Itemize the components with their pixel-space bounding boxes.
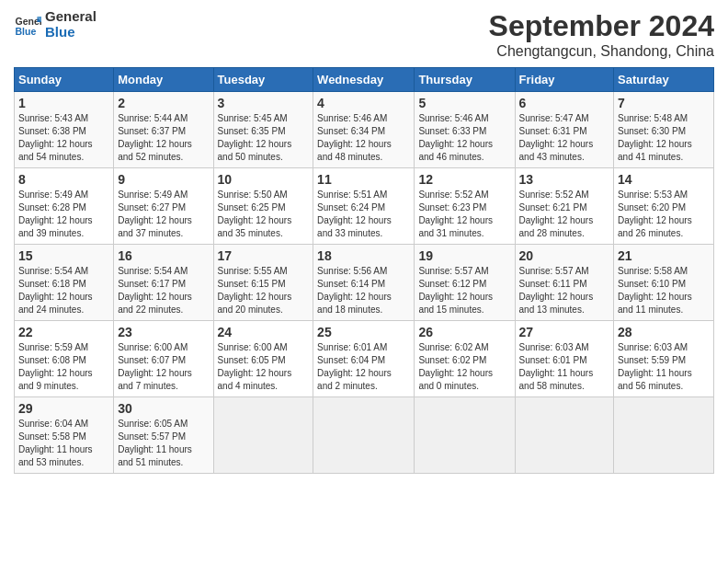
day-number: 7	[618, 96, 710, 110]
col-monday: Monday	[114, 68, 213, 92]
day-info: Sunrise: 5:51 AM Sunset: 6:24 PM Dayligh…	[317, 189, 410, 240]
day-number: 13	[519, 172, 610, 187]
logo: General Blue General Blue	[14, 9, 97, 40]
day-info: Sunrise: 5:52 AM Sunset: 6:21 PM Dayligh…	[519, 189, 610, 240]
day-number: 26	[418, 325, 510, 339]
day-number: 16	[118, 248, 209, 263]
table-row	[614, 397, 714, 474]
day-number: 27	[519, 325, 610, 339]
table-row: 25Sunrise: 6:01 AM Sunset: 6:04 PM Dayli…	[313, 321, 415, 397]
calendar-container: General Blue General Blue September 2024…	[0, 0, 728, 483]
day-number: 2	[118, 96, 209, 110]
table-row: 4Sunrise: 5:46 AM Sunset: 6:34 PM Daylig…	[313, 92, 415, 168]
table-row: 15Sunrise: 5:54 AM Sunset: 6:18 PM Dayli…	[15, 245, 114, 321]
day-info: Sunrise: 5:59 AM Sunset: 6:08 PM Dayligh…	[18, 341, 109, 393]
day-info: Sunrise: 6:00 AM Sunset: 6:05 PM Dayligh…	[218, 341, 310, 393]
day-info: Sunrise: 5:49 AM Sunset: 6:27 PM Dayligh…	[118, 189, 209, 240]
day-number: 14	[618, 172, 710, 187]
day-info: Sunrise: 5:54 AM Sunset: 6:18 PM Dayligh…	[18, 265, 109, 316]
day-info: Sunrise: 6:03 AM Sunset: 6:01 PM Dayligh…	[519, 341, 610, 393]
table-row: 12Sunrise: 5:52 AM Sunset: 6:23 PM Dayli…	[415, 168, 515, 245]
table-row: 14Sunrise: 5:53 AM Sunset: 6:20 PM Dayli…	[614, 168, 714, 245]
table-row: 22Sunrise: 5:59 AM Sunset: 6:08 PM Dayli…	[15, 321, 114, 397]
table-row: 10Sunrise: 5:50 AM Sunset: 6:25 PM Dayli…	[213, 168, 313, 245]
day-info: Sunrise: 5:46 AM Sunset: 6:33 PM Dayligh…	[418, 112, 510, 164]
day-number: 3	[218, 96, 310, 110]
day-info: Sunrise: 5:55 AM Sunset: 6:15 PM Dayligh…	[218, 265, 310, 316]
table-row: 27Sunrise: 6:03 AM Sunset: 6:01 PM Dayli…	[515, 321, 614, 397]
day-info: Sunrise: 5:49 AM Sunset: 6:28 PM Dayligh…	[18, 189, 109, 240]
logo-general: General	[45, 9, 97, 25]
col-saturday: Saturday	[614, 68, 714, 92]
day-number: 30	[118, 401, 209, 416]
day-info: Sunrise: 5:54 AM Sunset: 6:17 PM Dayligh…	[118, 265, 209, 316]
table-row: 9Sunrise: 5:49 AM Sunset: 6:27 PM Daylig…	[114, 168, 213, 245]
day-number: 4	[317, 96, 410, 110]
day-info: Sunrise: 5:53 AM Sunset: 6:20 PM Dayligh…	[618, 189, 710, 240]
table-row: 28Sunrise: 6:03 AM Sunset: 5:59 PM Dayli…	[614, 321, 714, 397]
table-row: 6Sunrise: 5:47 AM Sunset: 6:31 PM Daylig…	[515, 92, 614, 168]
table-row: 17Sunrise: 5:55 AM Sunset: 6:15 PM Dayli…	[213, 245, 313, 321]
day-info: Sunrise: 5:58 AM Sunset: 6:10 PM Dayligh…	[618, 265, 710, 316]
day-number: 21	[618, 248, 710, 263]
header: General Blue General Blue September 2024…	[14, 9, 714, 60]
day-info: Sunrise: 5:43 AM Sunset: 6:38 PM Dayligh…	[18, 112, 109, 164]
day-number: 11	[317, 172, 410, 187]
day-info: Sunrise: 5:48 AM Sunset: 6:30 PM Dayligh…	[618, 112, 710, 164]
table-row: 2Sunrise: 5:44 AM Sunset: 6:37 PM Daylig…	[114, 92, 213, 168]
col-wednesday: Wednesday	[313, 68, 415, 92]
table-row	[415, 397, 515, 474]
calendar-title: September 2024	[489, 9, 714, 43]
day-number: 23	[118, 325, 209, 339]
table-row	[213, 397, 313, 474]
table-row: 5Sunrise: 5:46 AM Sunset: 6:33 PM Daylig…	[415, 92, 515, 168]
day-number: 20	[519, 248, 610, 263]
col-friday: Friday	[515, 68, 614, 92]
day-info: Sunrise: 5:45 AM Sunset: 6:35 PM Dayligh…	[218, 112, 310, 164]
logo-blue: Blue	[45, 25, 97, 40]
day-number: 5	[418, 96, 510, 110]
day-info: Sunrise: 6:03 AM Sunset: 5:59 PM Dayligh…	[618, 341, 710, 393]
table-row: 21Sunrise: 5:58 AM Sunset: 6:10 PM Dayli…	[614, 245, 714, 321]
table-row	[313, 397, 415, 474]
day-number: 19	[418, 248, 510, 263]
table-row: 19Sunrise: 5:57 AM Sunset: 6:12 PM Dayli…	[415, 245, 515, 321]
day-number: 9	[118, 172, 209, 187]
table-row	[515, 397, 614, 474]
day-info: Sunrise: 5:57 AM Sunset: 6:12 PM Dayligh…	[418, 265, 510, 316]
col-thursday: Thursday	[415, 68, 515, 92]
day-info: Sunrise: 6:04 AM Sunset: 5:58 PM Dayligh…	[18, 418, 109, 469]
svg-text:Blue: Blue	[16, 25, 37, 36]
table-row: 13Sunrise: 5:52 AM Sunset: 6:21 PM Dayli…	[515, 168, 614, 245]
calendar-subtitle: Chengtangcun, Shandong, China	[489, 43, 714, 60]
day-number: 6	[519, 96, 610, 110]
day-info: Sunrise: 6:01 AM Sunset: 6:04 PM Dayligh…	[317, 341, 410, 393]
day-number: 25	[317, 325, 410, 339]
table-row: 11Sunrise: 5:51 AM Sunset: 6:24 PM Dayli…	[313, 168, 415, 245]
day-info: Sunrise: 6:02 AM Sunset: 6:02 PM Dayligh…	[418, 341, 510, 393]
day-info: Sunrise: 5:47 AM Sunset: 6:31 PM Dayligh…	[519, 112, 610, 164]
table-row: 1Sunrise: 5:43 AM Sunset: 6:38 PM Daylig…	[15, 92, 114, 168]
day-number: 1	[18, 96, 109, 110]
day-info: Sunrise: 5:44 AM Sunset: 6:37 PM Dayligh…	[118, 112, 209, 164]
col-tuesday: Tuesday	[213, 68, 313, 92]
table-row: 16Sunrise: 5:54 AM Sunset: 6:17 PM Dayli…	[114, 245, 213, 321]
table-row: 3Sunrise: 5:45 AM Sunset: 6:35 PM Daylig…	[213, 92, 313, 168]
day-info: Sunrise: 6:05 AM Sunset: 5:57 PM Dayligh…	[118, 418, 209, 469]
day-number: 29	[18, 401, 109, 416]
calendar-table: Sunday Monday Tuesday Wednesday Thursday…	[14, 67, 714, 474]
day-number: 24	[218, 325, 310, 339]
day-info: Sunrise: 5:50 AM Sunset: 6:25 PM Dayligh…	[218, 189, 310, 240]
day-info: Sunrise: 5:46 AM Sunset: 6:34 PM Dayligh…	[317, 112, 410, 164]
table-row: 29Sunrise: 6:04 AM Sunset: 5:58 PM Dayli…	[15, 397, 114, 474]
logo-icon: General Blue	[14, 11, 41, 39]
day-info: Sunrise: 6:00 AM Sunset: 6:07 PM Dayligh…	[118, 341, 209, 393]
table-row: 18Sunrise: 5:56 AM Sunset: 6:14 PM Dayli…	[313, 245, 415, 321]
day-number: 18	[317, 248, 410, 263]
table-row: 26Sunrise: 6:02 AM Sunset: 6:02 PM Dayli…	[415, 321, 515, 397]
table-row: 20Sunrise: 5:57 AM Sunset: 6:11 PM Dayli…	[515, 245, 614, 321]
day-number: 17	[218, 248, 310, 263]
day-info: Sunrise: 5:52 AM Sunset: 6:23 PM Dayligh…	[418, 189, 510, 240]
day-info: Sunrise: 5:56 AM Sunset: 6:14 PM Dayligh…	[317, 265, 410, 316]
day-number: 10	[218, 172, 310, 187]
